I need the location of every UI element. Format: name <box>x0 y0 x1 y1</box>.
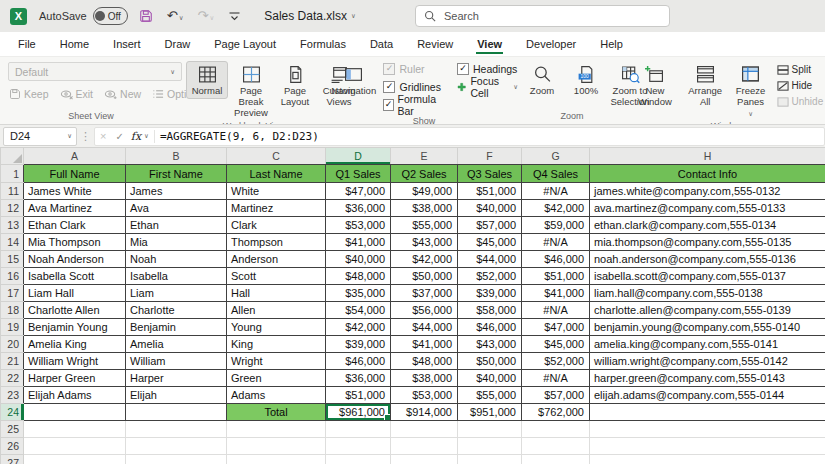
cell-A27[interactable] <box>24 455 126 464</box>
cell-C27[interactable] <box>227 455 326 464</box>
arrange-all-button[interactable]: Arrange All <box>683 61 728 110</box>
cell-E17[interactable]: $37,000 <box>391 285 458 302</box>
cell-G14[interactable]: #N/A <box>522 234 590 251</box>
search-input[interactable] <box>442 9 636 23</box>
cell-C24[interactable]: Total <box>227 404 326 421</box>
cell-H18[interactable]: charlotte.allen@company.com,555-0139 <box>590 302 825 319</box>
column-header-B[interactable]: B <box>126 148 227 165</box>
row-header-20[interactable]: 20 <box>1 336 24 353</box>
cell-H26[interactable] <box>590 438 825 455</box>
cell-E14[interactable]: $43,000 <box>391 234 458 251</box>
cell-H24[interactable] <box>590 404 825 421</box>
cell-G20[interactable]: $45,000 <box>522 336 590 353</box>
formula-bar-checkbox[interactable]: Formula Bar <box>383 98 444 112</box>
cell-C26[interactable] <box>227 438 326 455</box>
cell-F25[interactable] <box>458 421 522 438</box>
redo-button[interactable]: ↷ ∨ <box>195 8 218 24</box>
cell-C12[interactable]: Martinez <box>227 200 326 217</box>
tab-help[interactable]: Help <box>588 32 635 56</box>
headings-checkbox[interactable]: Headings <box>457 62 518 76</box>
row-header-18[interactable]: 18 <box>1 302 24 319</box>
cell-B26[interactable] <box>126 438 227 455</box>
cell-G23[interactable]: $57,000 <box>522 387 590 404</box>
cell-F22[interactable]: $40,000 <box>458 370 522 387</box>
cell-D13[interactable]: $53,000 <box>326 217 391 234</box>
new-window-button[interactable]: New Window <box>629 61 681 110</box>
cell-E27[interactable] <box>391 455 458 464</box>
row-header-14[interactable]: 14 <box>1 234 24 251</box>
cell-G16[interactable]: $51,000 <box>522 268 590 285</box>
cell-A22[interactable]: Harper Green <box>24 370 126 387</box>
cell-D20[interactable]: $39,000 <box>326 336 391 353</box>
cell-H20[interactable]: amelia.king@company.com,555-0141 <box>590 336 825 353</box>
cell-D26[interactable] <box>326 438 391 455</box>
cell-F17[interactable]: $39,000 <box>458 285 522 302</box>
cell-B18[interactable]: Charlotte <box>126 302 227 319</box>
cell-A25[interactable] <box>24 421 126 438</box>
column-header-D[interactable]: D <box>326 148 391 165</box>
tab-file[interactable]: File <box>6 32 48 56</box>
column-header-H[interactable]: H <box>590 148 825 165</box>
cell-B20[interactable]: Amelia <box>126 336 227 353</box>
row-header-22[interactable]: 22 <box>1 370 24 387</box>
cell-G12[interactable]: $42,000 <box>522 200 590 217</box>
cell-G17[interactable]: $41,000 <box>522 285 590 302</box>
cell-H1[interactable]: Contact Info <box>590 165 825 183</box>
cell-H22[interactable]: harper.green@company.com,555-0143 <box>590 370 825 387</box>
cell-G1[interactable]: Q4 Sales <box>522 165 590 183</box>
cell-B12[interactable]: Ava <box>126 200 227 217</box>
row-header-17[interactable]: 17 <box>1 285 24 302</box>
cell-E20[interactable]: $41,000 <box>391 336 458 353</box>
cell-D22[interactable]: $36,000 <box>326 370 391 387</box>
cell-E13[interactable]: $55,000 <box>391 217 458 234</box>
row-header-21[interactable]: 21 <box>1 353 24 370</box>
row-header-12[interactable]: 12 <box>1 200 24 217</box>
document-title[interactable]: Sales Data.xlsx ∨ <box>264 9 355 23</box>
cell-B19[interactable]: Benjamin <box>126 319 227 336</box>
cell-C15[interactable]: Anderson <box>227 251 326 268</box>
row-header-25[interactable]: 25 <box>1 421 24 438</box>
row-header-1[interactable]: 1 <box>1 165 24 183</box>
cell-F27[interactable] <box>458 455 522 464</box>
cell-B13[interactable]: Ethan <box>126 217 227 234</box>
row-header-13[interactable]: 13 <box>1 217 24 234</box>
cell-D12[interactable]: $36,000 <box>326 200 391 217</box>
cell-H23[interactable]: elijah.adams@company.com,555-0144 <box>590 387 825 404</box>
cell-F26[interactable] <box>458 438 522 455</box>
cell-C22[interactable]: Green <box>227 370 326 387</box>
cell-A17[interactable]: Liam Hall <box>24 285 126 302</box>
cell-C19[interactable]: Young <box>227 319 326 336</box>
insert-function-icon[interactable]: fx <box>128 130 144 143</box>
cell-D18[interactable]: $54,000 <box>326 302 391 319</box>
cell-E22[interactable]: $38,000 <box>391 370 458 387</box>
tab-formulas[interactable]: Formulas <box>288 32 358 56</box>
cell-G22[interactable]: #N/A <box>522 370 590 387</box>
cell-H21[interactable]: william.wright@company.com,555-0142 <box>590 353 825 370</box>
cell-D15[interactable]: $40,000 <box>326 251 391 268</box>
cell-H11[interactable]: james.white@company.com,555-0132 <box>590 183 825 200</box>
cell-D25[interactable] <box>326 421 391 438</box>
cell-C17[interactable]: Hall <box>227 285 326 302</box>
cell-F24[interactable]: $951,000 <box>458 404 522 421</box>
cell-A13[interactable]: Ethan Clark <box>24 217 126 234</box>
cell-B23[interactable]: Elijah <box>126 387 227 404</box>
cell-A12[interactable]: Ava Martinez <box>24 200 126 217</box>
row-header-27[interactable]: 27 <box>1 455 24 464</box>
freeze-panes-button[interactable]: Freeze Panes ∨ <box>730 61 772 121</box>
cell-A21[interactable]: William Wright <box>24 353 126 370</box>
cell-C25[interactable] <box>227 421 326 438</box>
tab-data[interactable]: Data <box>358 32 405 56</box>
cell-B1[interactable]: First Name <box>126 165 227 183</box>
cell-A14[interactable]: Mia Thompson <box>24 234 126 251</box>
cancel-entry-icon[interactable]: × <box>95 130 111 142</box>
cell-D17[interactable]: $35,000 <box>326 285 391 302</box>
cell-D24[interactable]: $961,000 <box>326 404 391 421</box>
page-layout-button[interactable]: Page Layout <box>274 61 316 110</box>
formula-input[interactable]: =AGGREGATE(9, 6, D2:D23) <box>160 130 319 143</box>
cell-A11[interactable]: James White <box>24 183 126 200</box>
cell-B27[interactable] <box>126 455 227 464</box>
cell-G24[interactable]: $762,000 <box>522 404 590 421</box>
cell-A23[interactable]: Elijah Adams <box>24 387 126 404</box>
name-box-resize-handle[interactable]: ⋮ <box>80 130 91 143</box>
cell-F23[interactable]: $55,000 <box>458 387 522 404</box>
